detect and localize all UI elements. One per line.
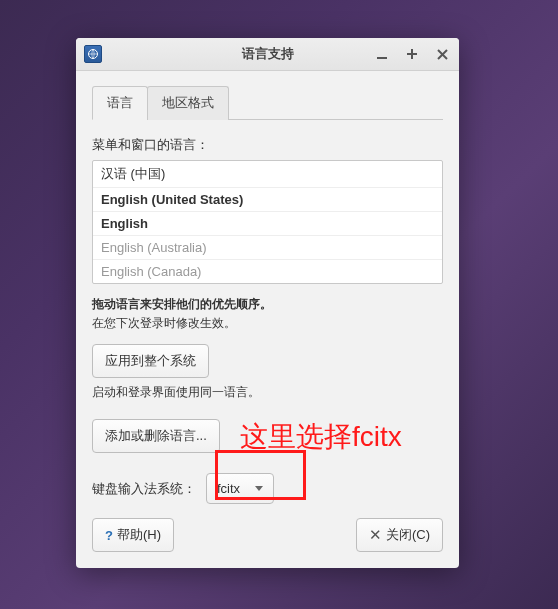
chevron-down-icon <box>255 486 263 491</box>
help-icon: ? <box>105 528 113 543</box>
minimize-icon <box>376 48 388 60</box>
list-item[interactable]: English (Canada) <box>93 260 442 283</box>
list-item[interactable]: English <box>93 212 442 236</box>
startup-login-hint: 启动和登录界面使用同一语言。 <box>92 384 443 401</box>
tab-bar: 语言 地区格式 <box>92 85 443 120</box>
titlebar[interactable]: 语言支持 <box>76 38 459 71</box>
add-remove-languages-button[interactable]: 添加或删除语言... <box>92 419 220 453</box>
close-icon: ✕ <box>369 526 382 544</box>
minimize-button[interactable] <box>371 43 393 65</box>
language-support-window: 语言支持 语言 地区格式 菜单和窗口的语言： 汉语 (中国) English (… <box>76 38 459 568</box>
svg-rect-3 <box>407 53 417 55</box>
menu-language-label: 菜单和窗口的语言： <box>92 136 443 154</box>
help-button[interactable]: ? 帮助(H) <box>92 518 174 552</box>
list-item[interactable]: 汉语 (中国) <box>93 161 442 188</box>
drag-hint: 拖动语言来安排他们的优先顺序。 <box>92 296 443 313</box>
apply-system-wide-button[interactable]: 应用到整个系统 <box>92 344 209 378</box>
window-controls <box>371 43 459 65</box>
close-dialog-button[interactable]: ✕ 关闭(C) <box>356 518 443 552</box>
relogin-hint: 在您下次登录时修改生效。 <box>92 315 443 332</box>
dialog-footer: ? 帮助(H) ✕ 关闭(C) <box>92 504 443 552</box>
close-icon <box>437 49 448 60</box>
ime-value: fcitx <box>217 481 240 496</box>
help-label: 帮助(H) <box>117 526 161 544</box>
content-area: 语言 地区格式 菜单和窗口的语言： 汉语 (中国) English (Unite… <box>76 71 459 568</box>
tab-language[interactable]: 语言 <box>92 86 148 120</box>
language-list[interactable]: 汉语 (中国) English (United States) English … <box>92 160 443 284</box>
maximize-button[interactable] <box>401 43 423 65</box>
close-label: 关闭(C) <box>386 526 430 544</box>
close-button[interactable] <box>431 43 453 65</box>
list-item[interactable]: English (Australia) <box>93 236 442 260</box>
list-item[interactable]: English (United States) <box>93 188 442 212</box>
svg-rect-1 <box>377 57 387 59</box>
app-icon <box>84 45 102 63</box>
plus-icon <box>406 48 418 60</box>
ime-label: 键盘输入法系统： <box>92 480 196 498</box>
tab-regional-formats[interactable]: 地区格式 <box>147 86 229 120</box>
ime-dropdown[interactable]: fcitx <box>206 473 274 504</box>
